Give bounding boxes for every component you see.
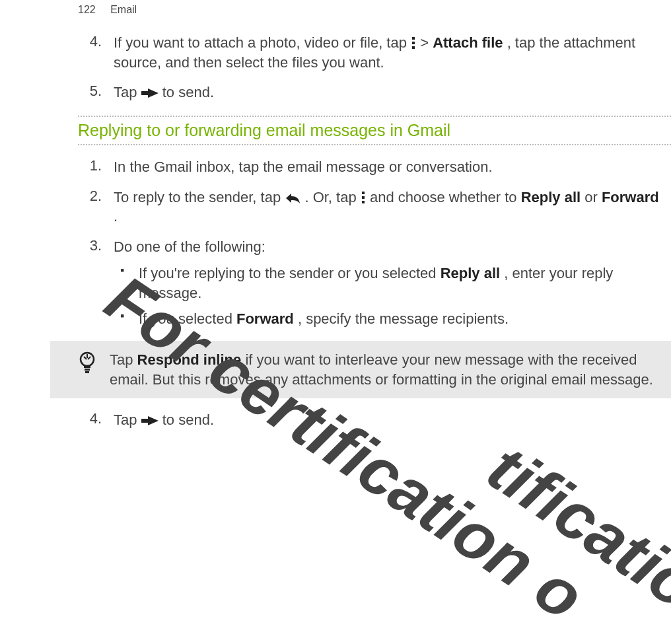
text: Tap [114, 411, 141, 428]
bold-text: Reply all [441, 265, 500, 281]
step-4: 4. If you want to attach a photo, video … [78, 33, 671, 72]
page-header: 122 Email [78, 4, 137, 16]
text: . [114, 208, 118, 225]
bold-text: Respond inline [137, 351, 242, 368]
svg-rect-5 [362, 196, 365, 199]
text: To reply to the sender, tap [114, 189, 285, 205]
reply-step-4: 4. Tap to send. [78, 410, 671, 430]
lightbulb-icon [78, 351, 96, 374]
bullet-item: ▪ If you're replying to the sender or yo… [120, 264, 671, 303]
overflow-menu-icon [361, 191, 366, 204]
reply-step-1: 1. In the Gmail inbox, tap the email mes… [78, 157, 671, 177]
bullet-mark: ▪ [120, 309, 139, 329]
bullet-body: If you're replying to the sender or you … [139, 264, 671, 303]
step-body: Tap to send. [114, 83, 671, 102]
reply-step-2: 2. To reply to the sender, tap . Or, tap… [78, 188, 671, 227]
text: Tap [110, 351, 137, 368]
text: Tap [114, 84, 141, 100]
svg-rect-6 [362, 201, 365, 203]
tip-icon-wrap [78, 350, 110, 389]
step-body: In the Gmail inbox, tap the email messag… [114, 157, 671, 177]
page-content: 4. If you want to attach a photo, video … [78, 33, 671, 441]
bold-text: Attach file [433, 34, 503, 51]
step-number: 5. [78, 83, 114, 102]
svg-rect-1 [412, 42, 415, 44]
text: . Or, tap [304, 189, 360, 205]
reply-step-3: 3. Do one of the following: [78, 237, 671, 257]
bullet-mark: ▪ [120, 264, 139, 303]
bold-text: Forward [602, 189, 659, 205]
header-title: Email [110, 4, 137, 15]
bullet-list: ▪ If you're replying to the sender or yo… [120, 264, 671, 329]
bold-text: Reply all [521, 189, 581, 205]
step-body: Tap to send. [114, 410, 671, 430]
overflow-menu-icon [411, 36, 416, 50]
svg-rect-0 [412, 37, 415, 40]
svg-rect-4 [362, 192, 365, 194]
text: to send. [162, 411, 214, 428]
tip-text: Tap Respond inline if you want to interl… [110, 350, 663, 389]
page-number: 122 [78, 4, 96, 15]
watermark-text: tificatio [474, 429, 671, 624]
section-heading: Replying to or forwarding email messages… [78, 116, 671, 145]
step-body: If you want to attach a photo, video or … [114, 33, 671, 72]
step-body: Do one of the following: [114, 237, 671, 257]
svg-marker-3 [141, 89, 159, 98]
svg-marker-8 [141, 416, 159, 425]
reply-icon [285, 192, 300, 204]
text: , specify the message recipients. [298, 310, 509, 327]
text: to send. [162, 84, 214, 100]
bullet-item: ▪ If you selected Forward , specify the … [120, 309, 671, 329]
text: If you selected [139, 310, 236, 327]
bullet-body: If you selected Forward , specify the me… [139, 309, 671, 329]
text: and choose whether to [370, 189, 521, 205]
step-number: 4. [78, 33, 114, 72]
step-body: To reply to the sender, tap . Or, tap an… [114, 188, 671, 227]
step-number: 3. [78, 237, 114, 257]
send-icon [141, 87, 159, 99]
text: > [420, 34, 433, 51]
text: or [584, 189, 602, 205]
step-number: 1. [78, 157, 114, 177]
text: If you're replying to the sender or you … [139, 265, 441, 281]
svg-rect-2 [412, 46, 415, 49]
send-icon [141, 415, 159, 427]
step-number: 2. [78, 188, 114, 227]
step-5: 5. Tap to send. [78, 83, 671, 102]
tip-box: Tap Respond inline if you want to interl… [50, 341, 671, 398]
step-number: 4. [78, 410, 114, 430]
text: If you want to attach a photo, video or … [114, 34, 411, 51]
bold-text: Forward [236, 310, 294, 327]
